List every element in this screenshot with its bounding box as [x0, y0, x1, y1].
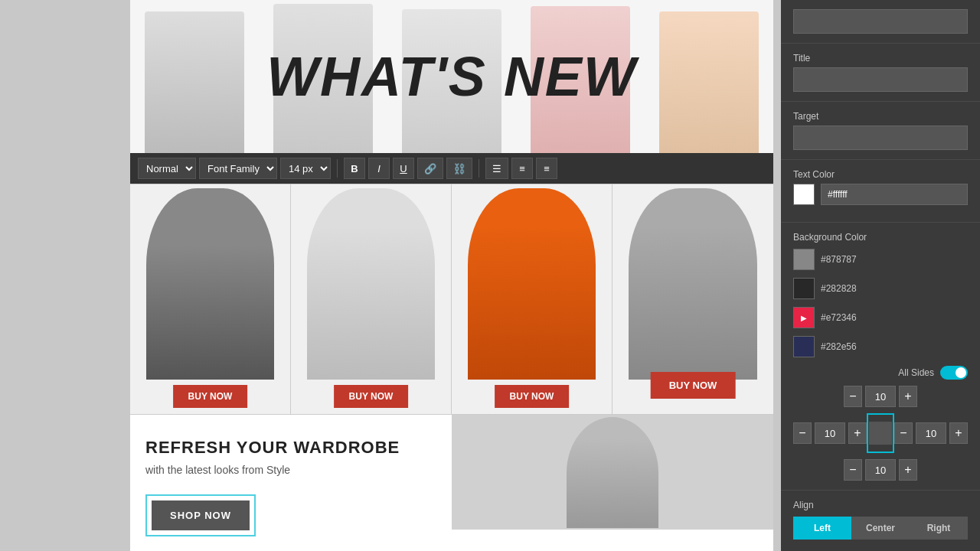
right-panel: Title Target Text Color Background Color… [781, 0, 980, 551]
align-right-button[interactable]: Right [910, 517, 968, 540]
shop-now-button[interactable]: SHOP NOW [152, 500, 250, 530]
bg-hex-4: #282e56 [821, 341, 857, 352]
promo-section: REFRESH YOUR WARDROBE with the latest lo… [130, 414, 773, 551]
align-center-btn[interactable]: ≡ [511, 158, 533, 179]
padding-middle-row: − + − + [793, 413, 968, 453]
padding-left-stepper: − + [793, 422, 867, 444]
promo-subtitle: with the latest looks from Style [145, 464, 436, 476]
hero-figure-5 [659, 11, 759, 153]
panel-top-section [781, 0, 980, 44]
text-color-swatch[interactable] [793, 184, 815, 205]
align-label: Align [793, 500, 968, 510]
align-right-btn[interactable]: ≡ [536, 158, 557, 179]
target-label: Target [793, 111, 968, 122]
person-2 [291, 184, 451, 380]
buy-btn-2[interactable]: BUY NOW [334, 385, 409, 408]
toolbar: Normal Font Family 14 px B I U 🔗 ⛓️ ☰ ≡ … [130, 153, 773, 184]
align-buttons: Left Center Right [793, 517, 968, 540]
bg-color-list: #878787 #282828 ▶ #e72346 #282e56 [793, 246, 968, 360]
panel-text-color-section: Text Color [781, 160, 980, 223]
text-color-hex-input[interactable] [821, 184, 968, 205]
page-container: WHAT'S NEW Normal Font Family 14 px B I … [130, 0, 773, 551]
text-color-label: Text Color [793, 169, 968, 180]
bg-swatch-3: ▶ [793, 307, 815, 328]
text-color-row [793, 184, 968, 205]
bg-swatch-1 [793, 249, 815, 270]
padding-inner [869, 422, 892, 445]
padding-right-stepper: − + [894, 422, 968, 444]
person-4 [612, 184, 773, 380]
toolbar-sep-1 [337, 159, 338, 178]
toggle-knob [956, 367, 966, 378]
unlink-button[interactable]: ⛓️ [446, 158, 472, 179]
bg-color-item-2[interactable]: #282828 [793, 276, 968, 302]
padding-left-input[interactable] [815, 422, 845, 444]
panel-target-section: Target [781, 102, 980, 160]
padding-top-input[interactable] [865, 386, 896, 407]
promo-title: REFRESH YOUR WARDROBE [145, 438, 436, 458]
bold-button[interactable]: B [344, 158, 365, 179]
padding-bottom-plus[interactable]: + [899, 459, 917, 481]
panel-bg-color-section: Background Color #878787 #282828 ▶ #e723… [781, 223, 980, 491]
buy-btn-3[interactable]: BUY NOW [495, 385, 570, 408]
style-select[interactable]: Normal [138, 158, 196, 179]
padding-bottom-input[interactable] [865, 459, 896, 481]
person-body-1 [146, 188, 274, 380]
grid-item-2: BUY NOW [291, 184, 452, 414]
buy-btn-1[interactable]: BUY NOW [173, 385, 248, 408]
person-body-2 [307, 188, 435, 380]
all-sides-toggle[interactable] [940, 366, 968, 380]
padding-bottom-minus[interactable]: − [844, 459, 862, 481]
align-center-button[interactable]: Center [851, 517, 910, 540]
padding-bottom-stepper: − + [844, 459, 917, 481]
promo-left: REFRESH YOUR WARDROBE with the latest lo… [130, 415, 452, 551]
padding-left-plus[interactable]: + [848, 422, 867, 444]
link-button[interactable]: 🔗 [417, 158, 443, 179]
target-input[interactable] [793, 126, 968, 150]
align-section: Align Left Center Right [781, 491, 980, 549]
bg-color-label: Background Color [793, 232, 968, 243]
padding-visual [867, 413, 894, 453]
padding-top-row: − + [793, 386, 968, 407]
promo-right [452, 415, 773, 530]
shop-btn-container: SHOP NOW [145, 494, 256, 536]
padding-right-plus[interactable]: + [949, 422, 968, 444]
bg-swatch-2 [793, 278, 815, 299]
padding-bottom-row: − + [793, 459, 968, 481]
padding-left-minus[interactable]: − [793, 422, 812, 444]
title-input[interactable] [793, 67, 968, 92]
promo-person [567, 417, 658, 528]
bg-hex-3: #e72346 [821, 312, 857, 323]
padding-top-stepper: − + [844, 386, 917, 407]
underline-button[interactable]: U [393, 158, 414, 179]
font-size-select[interactable]: 14 px [280, 158, 331, 179]
canvas-area: WHAT'S NEW Normal Font Family 14 px B I … [0, 0, 781, 551]
bg-swatch-4 [793, 336, 815, 357]
product-grid: BUY NOW BUY NOW BUY NOW BUY NOW [130, 184, 773, 414]
panel-top-input[interactable] [793, 9, 968, 34]
font-family-select[interactable]: Font Family [199, 158, 277, 179]
grid-item-3: BUY NOW [452, 184, 612, 414]
toolbar-sep-2 [479, 159, 479, 178]
padding-top-minus[interactable]: − [844, 386, 862, 407]
bg-color-item-4[interactable]: #282e56 [793, 334, 968, 360]
bg-color-item-1[interactable]: #878787 [793, 246, 968, 272]
panel-title-section: Title [781, 44, 980, 102]
grid-item-1: BUY NOW [130, 184, 291, 414]
person-3 [452, 184, 612, 380]
bg-color-item-3[interactable]: ▶ #e72346 [793, 305, 968, 331]
align-left-button[interactable]: Left [793, 517, 851, 540]
person-body-4 [629, 188, 757, 380]
padding-right-minus[interactable]: − [894, 422, 913, 444]
italic-button[interactable]: I [368, 158, 390, 179]
padding-right-input[interactable] [916, 422, 946, 444]
hero-figure-1 [145, 11, 244, 153]
person-1 [130, 184, 290, 380]
buy-btn-4[interactable]: BUY NOW [651, 372, 736, 399]
title-label: Title [793, 53, 968, 64]
padding-top-plus[interactable]: + [899, 386, 917, 407]
bg-hex-2: #282828 [821, 283, 857, 294]
all-sides-label: All Sides [898, 367, 934, 378]
align-left-btn[interactable]: ☰ [485, 158, 508, 179]
hero-section: WHAT'S NEW [130, 0, 773, 153]
